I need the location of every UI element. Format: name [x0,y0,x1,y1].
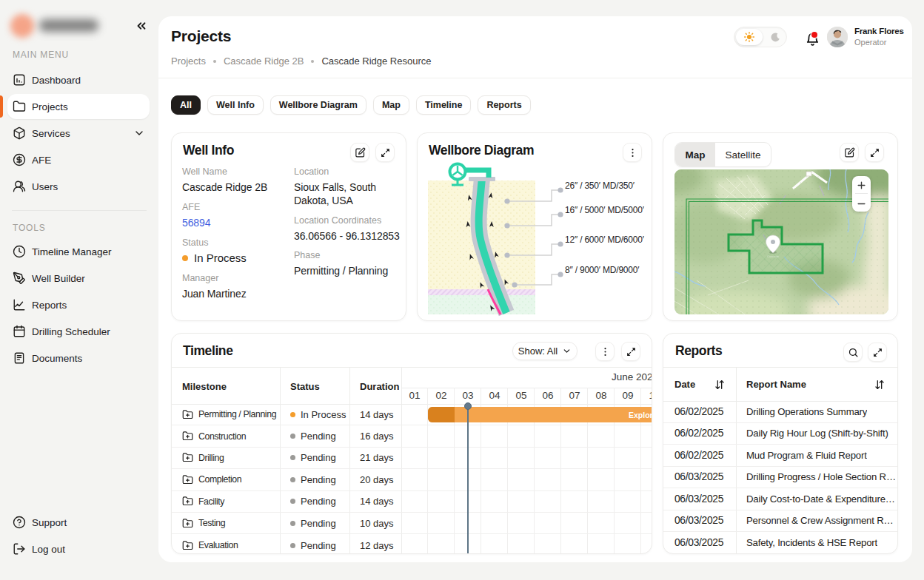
svg-text:Cascade: Cascade [767,254,780,258]
